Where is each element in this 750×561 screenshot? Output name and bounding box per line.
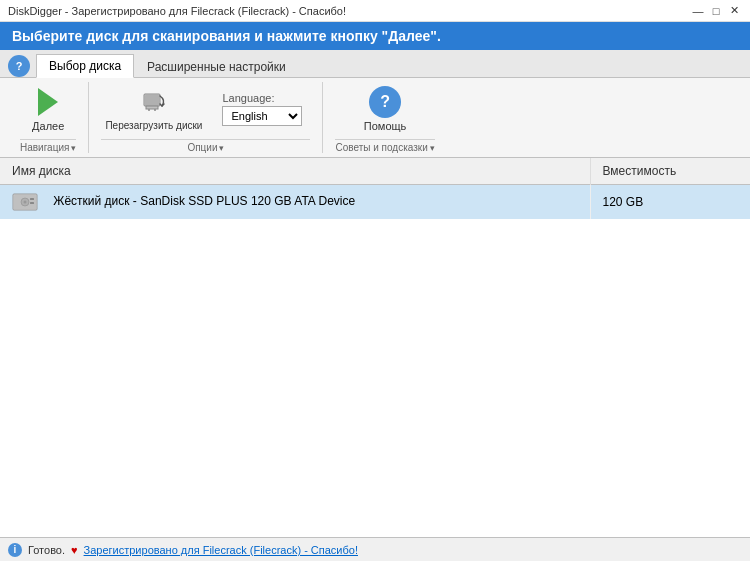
navigation-group-arrow: ▾ [71,143,76,153]
maximize-button[interactable]: □ [708,3,724,19]
help-button[interactable]: ? Помощь [360,84,411,134]
svg-rect-2 [146,106,158,109]
disk-name-cell: Жёсткий диск - SanDisk SSD PLUS 120 GB A… [0,185,590,220]
disk-name-text: Жёсткий диск - SanDisk SSD PLUS 120 GB A… [53,194,355,208]
svg-point-8 [24,201,27,204]
language-select[interactable]: English Russian German French Spanish [222,106,302,126]
ribbon-group-options: Перезагрузить диски Language: English Ru… [89,82,323,153]
help-tab-icon[interactable]: ? [8,55,30,77]
registration-link[interactable]: Зарегистрировано для Filecrack (Filecrac… [84,544,358,556]
column-header-capacity: Вместимость [590,158,750,185]
close-button[interactable]: ✕ [726,3,742,19]
svg-rect-1 [145,95,159,105]
ribbon-options-items: Перезагрузить диски Language: English Ru… [101,82,310,139]
instruction-text: Выберите диск для сканирования и нажмите… [12,28,441,44]
arrow-right-icon [32,86,64,118]
ribbon-group-options-label: Опции ▾ [101,139,310,153]
disk-icon [12,191,42,213]
ribbon-toolbar: Далее Навигация ▾ [0,78,750,158]
disk-table: Имя диска Вместимость [0,158,750,219]
ribbon-group-navigation: Далее Навигация ▾ [8,82,89,153]
restart-disks-label: Перезагрузить диски [105,120,202,132]
ribbon-hints-items: ? Помощь [360,82,411,139]
status-bar: i Готово. ♥ Зарегистрировано для Filecra… [0,537,750,561]
title-bar: DiskDigger - Зарегистрировано для Filecr… [0,0,750,22]
title-text: DiskDigger - Зарегистрировано для Filecr… [8,5,346,17]
ribbon-group-items: Далее [28,82,68,139]
disk-table-body: Жёсткий диск - SanDisk SSD PLUS 120 GB A… [0,185,750,220]
column-header-name: Имя диска [0,158,590,185]
options-group-arrow: ▾ [219,143,224,153]
ribbon-group-hints: ? Помощь Советы и подсказки ▾ [323,82,446,153]
main-content: Имя диска Вместимость [0,158,750,537]
minimize-button[interactable]: — [690,3,706,19]
language-label: Language: [222,92,274,104]
hints-group-arrow: ▾ [430,143,435,153]
tab-advanced-settings[interactable]: Расширенные настройки [134,54,299,78]
help-button-label: Помощь [364,120,407,132]
tab-disk-select[interactable]: Выбор диска [36,54,134,78]
svg-rect-10 [30,202,34,204]
table-header-row: Имя диска Вместимость [0,158,750,185]
next-button-label: Далее [32,120,64,132]
restart-icon [138,86,170,118]
table-row[interactable]: Жёсткий диск - SanDisk SSD PLUS 120 GB A… [0,185,750,220]
language-group: Language: English Russian German French … [214,88,310,130]
tabs-bar: ? Выбор диска Расширенные настройки [0,50,750,78]
window-controls: — □ ✕ [690,3,742,19]
status-text: Готово. [28,544,65,556]
help-icon: ? [369,86,401,118]
svg-rect-9 [30,198,34,200]
disk-capacity-cell: 120 GB [590,185,750,220]
instruction-bar: Выберите диск для сканирования и нажмите… [0,22,750,50]
heart-icon: ♥ [71,544,78,556]
ribbon-group-navigation-label: Навигация ▾ [20,139,76,153]
restart-disks-button[interactable]: Перезагрузить диски [101,84,206,134]
next-button[interactable]: Далее [28,84,68,134]
status-info-icon: i [8,543,22,557]
ribbon-group-hints-label: Советы и подсказки ▾ [335,139,434,153]
